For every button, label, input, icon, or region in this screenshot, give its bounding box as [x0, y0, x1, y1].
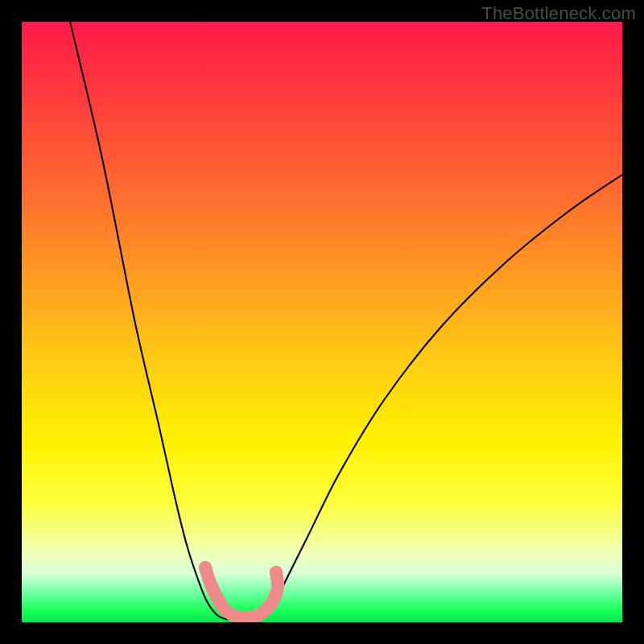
gradient-plot-area: [22, 22, 622, 622]
pink-marker-dot-start: [199, 561, 212, 574]
pink-marker-spline: [205, 568, 278, 618]
outer-frame: TheBottleneck.com: [0, 0, 644, 644]
right-curve: [247, 175, 622, 620]
pink-marker-dot-end: [270, 566, 283, 579]
curve-overlay: [22, 22, 622, 622]
left-curve: [70, 22, 247, 620]
